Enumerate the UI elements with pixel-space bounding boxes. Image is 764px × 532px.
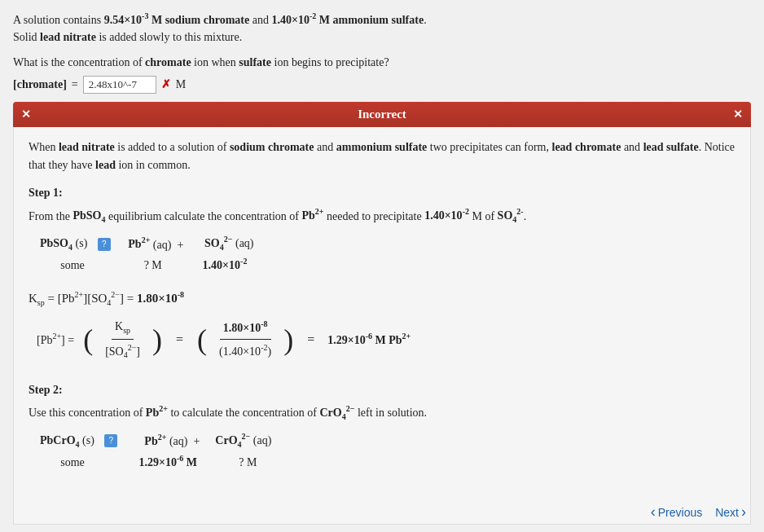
frac1-den: [SO42−] xyxy=(102,340,143,362)
fraction2: 1.80×10-8 (1.40×10-2) xyxy=(216,318,274,361)
reaction1-qm: ? M xyxy=(113,257,178,275)
reaction2-table: PbCrO4 (s) ? Pb2+ (aq) + CrO42− (aq) som… xyxy=(40,430,735,473)
reaction1-product1: Pb2+ (aq) + xyxy=(121,235,186,254)
answer-label: [chromate] xyxy=(13,78,67,91)
ammonium-sulfate-label: ammonium sulfate xyxy=(333,14,424,26)
step1-text: From the PbSO4 equilibrium calculate the… xyxy=(29,206,735,226)
close-left-icon[interactable]: ✕ xyxy=(21,108,31,121)
fraction1: Ksp [SO42−] xyxy=(102,318,143,362)
reaction1-product2: SO42− (aq) xyxy=(194,233,259,253)
reaction1-table: PbSO4 (s) ? Pb2+ (aq) + SO42− (aq) some … xyxy=(40,233,735,275)
frac2-den: (1.40×10-2) xyxy=(216,340,274,361)
close-paren1: ) xyxy=(152,325,162,354)
reaction2-row: PbCrO4 (s) ? Pb2+ (aq) + CrO42− (aq) xyxy=(40,430,735,451)
reaction2-qm: ? M xyxy=(205,454,270,472)
solution-box: When lead nitrate is added to a solution… xyxy=(13,127,751,525)
reaction2-conc1: 1.29×10-6 M xyxy=(113,452,197,472)
answer-row: [chromate] = 2.48x10^-7 ✗ M xyxy=(13,76,751,94)
close-right-icon[interactable]: ✕ xyxy=(733,108,743,121)
reaction2-reactant: PbCrO4 (s) ? xyxy=(40,432,119,451)
reaction1-amounts: some ? M 1.40×10-2 xyxy=(40,256,735,275)
reaction2-product1: Pb2+ (aq) + xyxy=(127,431,200,451)
previous-label: Previous xyxy=(658,506,702,519)
reaction1-some: some xyxy=(40,257,105,275)
feedback-banner: ✕ Incorrect ✕ xyxy=(13,102,751,127)
answer-input[interactable]: 2.48x10^-7 xyxy=(83,76,156,94)
next-chevron-icon: › xyxy=(741,503,746,521)
reaction2-some: some xyxy=(40,454,105,472)
step1-title: Step 1: xyxy=(29,184,735,202)
open-paren2: ( xyxy=(197,325,207,354)
frac1-num: Ksp xyxy=(112,318,134,340)
reaction1-hint-icon[interactable]: ? xyxy=(98,238,111,251)
sodium-chromate-label: sodium chromate xyxy=(165,14,250,26)
step2-text: Use this concentration of Pb2+ to calcul… xyxy=(29,402,735,423)
ksp-equation: Ksp = [Pb2+][SO42−] = 1.80×10-8 xyxy=(29,288,735,310)
next-label: Next xyxy=(715,506,739,519)
pb2-label: [Pb2+] = xyxy=(37,330,74,350)
wrong-mark: ✗ xyxy=(161,77,171,91)
page-container: A solution contains 9.54×10-3 M sodium c… xyxy=(0,0,764,532)
reaction1-conc: 1.40×10-2 xyxy=(187,256,252,275)
question-area: A solution contains 9.54×10-3 M sodium c… xyxy=(13,10,751,94)
unit-label: M xyxy=(176,78,186,91)
equals-sign: = xyxy=(72,78,78,91)
eq3: = xyxy=(307,329,314,350)
reaction2-product2: CrO42− (aq) xyxy=(208,430,273,451)
open-paren1: ( xyxy=(83,325,93,354)
result1: 1.29×10-6 M Pb2+ xyxy=(327,330,411,350)
reaction2-hint-icon[interactable]: ? xyxy=(104,434,117,447)
reaction2-amounts: some 1.29×10-6 M ? M xyxy=(40,452,735,472)
prev-chevron-icon: ‹ xyxy=(651,503,656,521)
previous-button[interactable]: ‹ Previous xyxy=(646,500,707,524)
reaction1-row: PbSO4 (s) ? Pb2+ (aq) + SO42− (aq) xyxy=(40,233,735,253)
step2-title: Step 2: xyxy=(29,381,735,399)
navigation-row: ‹ Previous Next › xyxy=(646,500,751,524)
eq2: = xyxy=(176,329,183,350)
close-paren2: ) xyxy=(283,325,293,354)
question-intro: A solution contains 9.54×10-3 M sodium c… xyxy=(13,10,751,46)
reaction1-reactant: PbSO4 (s) ? xyxy=(40,235,112,254)
frac2-num: 1.80×10-8 xyxy=(220,318,271,340)
question-body: What is the concentration of chromate io… xyxy=(13,54,751,71)
feedback-text: Incorrect xyxy=(358,108,406,121)
pb-fraction-equation: [Pb2+] = ( Ksp [SO42−] ) = ( 1.80×10-8 (… xyxy=(37,318,735,362)
next-button[interactable]: Next › xyxy=(710,500,751,524)
solution-intro: When lead nitrate is added to a solution… xyxy=(29,138,735,175)
